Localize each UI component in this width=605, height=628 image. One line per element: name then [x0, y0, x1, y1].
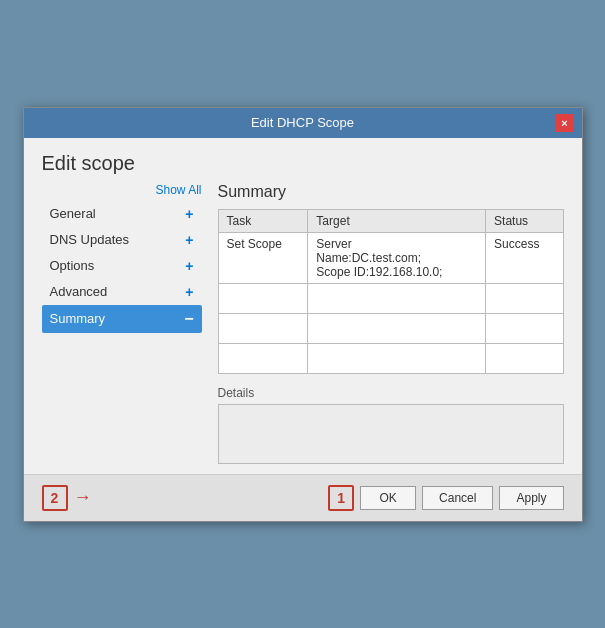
section-title: Summary [218, 183, 564, 201]
cell-task: Set Scope [218, 232, 308, 283]
table-row: Set Scope ServerName:DC.test.com;Scope I… [218, 232, 563, 283]
sidebar-item-summary-label: Summary [50, 311, 106, 326]
col-task: Task [218, 209, 308, 232]
edit-dhcp-scope-window: Edit DHCP Scope × Edit scope Show All Ge… [23, 107, 583, 522]
apply-button[interactable]: Apply [499, 486, 563, 510]
plus-icon-advanced: + [185, 284, 193, 300]
plus-icon-options: + [185, 258, 193, 274]
sidebar-item-advanced-label: Advanced [50, 284, 108, 299]
ok-button[interactable]: OK [360, 486, 416, 510]
col-target: Target [308, 209, 486, 232]
cancel-button[interactable]: Cancel [422, 486, 493, 510]
sidebar-item-general-label: General [50, 206, 96, 221]
plus-icon-general: + [185, 206, 193, 222]
details-box [218, 404, 564, 464]
show-all-link[interactable]: Show All [42, 183, 202, 201]
window-content: Edit scope Show All General + DNS Update… [24, 138, 582, 521]
col-status: Status [486, 209, 563, 232]
sidebar-item-dns-label: DNS Updates [50, 232, 129, 247]
sidebar-item-summary[interactable]: Summary − [42, 305, 202, 333]
sidebar: Show All General + DNS Updates + Options… [42, 183, 202, 464]
annotation-arrow-2: → [74, 487, 92, 508]
details-section: Details [218, 386, 564, 464]
sidebar-item-general[interactable]: General + [42, 201, 202, 227]
details-label: Details [218, 386, 564, 400]
cell-status: Success [486, 232, 563, 283]
cell-target: ServerName:DC.test.com;Scope ID:192.168.… [308, 232, 486, 283]
annotation-1: 1 [328, 485, 354, 511]
empty-row-1 [218, 283, 563, 313]
sidebar-item-options[interactable]: Options + [42, 253, 202, 279]
minus-icon-summary: − [184, 310, 193, 328]
content-area: Summary Task Target Status Set Scope [218, 183, 564, 464]
plus-icon-dns: + [185, 232, 193, 248]
empty-row-2 [218, 313, 563, 343]
footer: 2 → 1 OK Cancel Apply [24, 474, 582, 521]
sidebar-item-dns-updates[interactable]: DNS Updates + [42, 227, 202, 253]
window-title: Edit DHCP Scope [50, 115, 556, 130]
title-bar: Edit DHCP Scope × [24, 108, 582, 138]
annotation-2: 2 [42, 485, 68, 511]
close-button[interactable]: × [556, 114, 574, 132]
main-area: Show All General + DNS Updates + Options… [24, 183, 582, 474]
summary-table: Task Target Status Set Scope ServerName:… [218, 209, 564, 374]
sidebar-item-advanced[interactable]: Advanced + [42, 279, 202, 305]
sidebar-item-options-label: Options [50, 258, 95, 273]
empty-row-3 [218, 343, 563, 373]
page-title: Edit scope [24, 138, 582, 183]
